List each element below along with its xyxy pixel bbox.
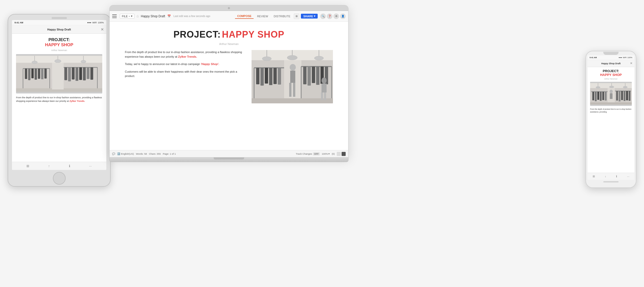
view-icon-1[interactable] [337, 152, 341, 156]
svg-rect-96 [590, 102, 632, 105]
user-icon-1: 🔍 [320, 13, 326, 19]
phone-footer-icon-4[interactable]: ··· [627, 175, 629, 178]
laptop-notch [214, 157, 244, 160]
document-footer: 💬 🔤 English(US) Words: 58 Chars: 355 [110, 150, 348, 157]
tablet-footer-icon-1[interactable]: ⊞ [26, 164, 29, 168]
phone-footer-bar: ⊞ ↑ ℹ ··· [588, 173, 634, 180]
doc-paragraph-3: Customers will be able to share their ha… [125, 70, 245, 78]
svg-rect-90 [616, 91, 618, 100]
svg-rect-80 [592, 92, 594, 100]
svg-rect-83 [600, 92, 602, 101]
laptop-camera-bar [110, 5, 348, 11]
present-icon-button[interactable]: ⊞ [294, 13, 299, 19]
svg-point-67 [321, 77, 327, 84]
svg-rect-22 [68, 67, 71, 81]
svg-rect-21 [64, 67, 67, 80]
svg-point-78 [623, 86, 627, 88]
scene: 9:41 AM ●●● WiFi 100% Happy Shop Draft ✕… [0, 0, 644, 287]
phone-shop-image [590, 82, 632, 106]
language-indicator[interactable]: 🔤 English(US) [117, 152, 134, 155]
tablet-footer-icon-3[interactable]: ℹ [69, 164, 70, 168]
zoom-control[interactable]: 100% ▾ [322, 152, 330, 155]
phone-device: 9:41 AM ●●● WiFi 100% Happy Shop Draft ✕… [586, 51, 636, 188]
doc-title-happy: HAPPY SHOP [222, 29, 284, 40]
tablet-footer-bar: ⊞ ↑ ℹ ··· [12, 162, 106, 170]
svg-rect-62 [312, 67, 315, 83]
phone-status-bar: 9:41 AM ●●● WiFi 100% [588, 55, 634, 60]
tablet-doc-title: Happy Shop Draft [47, 28, 71, 31]
svg-rect-68 [321, 84, 327, 92]
tablet-device: 9:41 AM ●●● WiFi 100% Happy Shop Draft ✕… [8, 14, 111, 187]
view-icon-2[interactable] [342, 152, 346, 156]
review-tab[interactable]: REVIEW [255, 14, 270, 19]
doc-author: Arthur Newman [125, 42, 333, 45]
svg-point-40 [287, 55, 297, 60]
svg-point-53 [290, 64, 296, 71]
svg-rect-47 [260, 68, 264, 86]
phone-author: Arthur Newman [590, 78, 632, 80]
favorite-star-icon[interactable]: ☆ [136, 14, 139, 18]
doc-paragraph-2: Today, we're happy to announce our lates… [125, 62, 245, 67]
document-title[interactable]: Happy Shop Draft [141, 14, 165, 18]
svg-rect-61 [308, 67, 311, 86]
svg-rect-24 [76, 67, 78, 81]
compose-tab[interactable]: COMPOSE [235, 14, 253, 19]
svg-rect-34 [52, 63, 64, 89]
svg-point-7 [81, 60, 86, 63]
phone-close-button[interactable]: ✕ [630, 62, 632, 65]
document-title-block: PROJECT: HAPPY SHOP [125, 29, 333, 40]
svg-rect-17 [44, 69, 47, 78]
word-count: Words: 58 [136, 152, 147, 155]
laptop-device: FILE ~ ▾ ☆ Happy Shop Draft 📅 Last edit … [109, 5, 348, 168]
share-button[interactable]: SHARE ▾ [301, 14, 318, 19]
phone-footer-icon-2[interactable]: ↑ [605, 175, 606, 178]
tablet-para: From the depth of product line to our in… [16, 96, 102, 103]
svg-rect-23 [72, 67, 75, 79]
phone-home-bar[interactable] [603, 181, 619, 182]
tablet-home-button[interactable] [53, 172, 66, 185]
laptop-base [109, 157, 348, 162]
char-count: Chars: 355 [149, 152, 160, 155]
tablet-status-bar: 9:41 AM ●●● WiFi 100% [12, 20, 106, 25]
svg-rect-16 [41, 69, 43, 79]
svg-rect-27 [87, 67, 90, 79]
tablet-author: Arthur Newman [16, 49, 102, 52]
phone-wifi-label: WiFi [623, 56, 627, 59]
phone-title-highlight: HAPPY SHOP [590, 73, 632, 77]
zoom-chevron-icon: ▾ [328, 152, 330, 155]
svg-rect-15 [38, 69, 40, 79]
svg-rect-60 [303, 67, 306, 84]
svg-point-87 [610, 90, 613, 93]
hamburger-menu-icon[interactable] [112, 14, 117, 18]
svg-point-38 [262, 57, 271, 61]
user-icon-3: ⚙ [333, 13, 339, 19]
tablet-footer-icon-4[interactable]: ··· [89, 164, 92, 168]
svg-point-42 [314, 56, 324, 60]
svg-rect-93 [624, 91, 625, 101]
share-chevron-icon: ▾ [314, 14, 315, 18]
laptop-camera [228, 7, 230, 9]
tablet-close-button[interactable]: ✕ [101, 27, 104, 31]
phone-doc-title: Happy Shop Draft [601, 62, 621, 65]
file-menu-button[interactable]: FILE ~ ▾ [120, 14, 135, 19]
comments-count[interactable]: (0) [332, 152, 335, 155]
phone-time: 9:41 AM [590, 56, 597, 59]
tablet-footer-icon-2[interactable]: ↑ [48, 164, 50, 168]
svg-rect-69 [321, 92, 323, 100]
chat-icon[interactable]: 💬 [112, 152, 115, 155]
laptop-screen: FILE ~ ▾ ☆ Happy Shop Draft 📅 Last edit … [110, 11, 348, 157]
svg-rect-63 [316, 67, 319, 85]
svg-rect-26 [83, 67, 86, 80]
page-info: Page: 1 of 1 [163, 152, 176, 155]
tablet-doc-header: Happy Shop Draft ✕ [12, 25, 106, 34]
user-icon-2: ❓ [327, 13, 332, 19]
phone-footer-icon-1[interactable]: ⊞ [593, 175, 595, 178]
svg-rect-94 [626, 91, 628, 100]
doc-paragraph-1: From the depth of product line to our in… [125, 50, 245, 59]
distribute-tab[interactable]: DISTRIBUTE [272, 14, 292, 19]
phone-doc-content: PROJECT: HAPPY SHOP Arthur Newman [588, 67, 634, 115]
document-content: PROJECT: HAPPY SHOP Arthur Newman From t… [110, 22, 348, 108]
phone-footer-icon-3[interactable]: ℹ [616, 175, 617, 178]
svg-rect-56 [293, 83, 295, 97]
track-changes-toggle[interactable]: Track Changes OFF [296, 152, 320, 155]
